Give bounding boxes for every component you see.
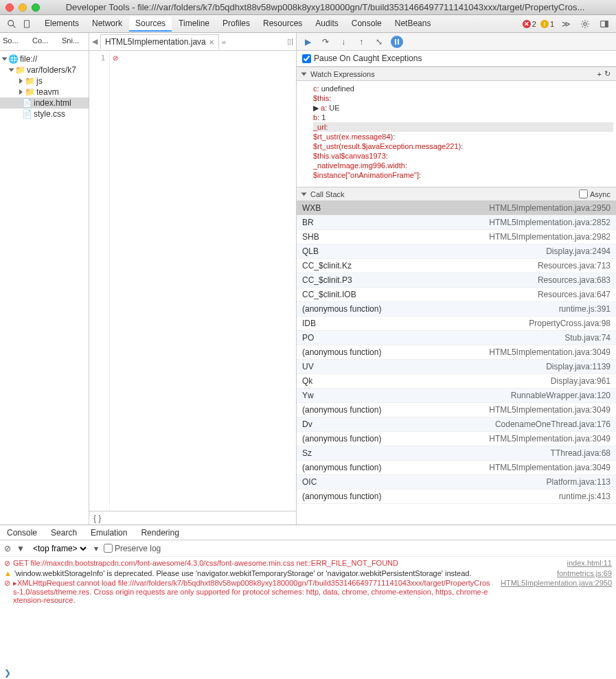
preserve-log-checkbox[interactable] xyxy=(104,544,113,553)
step-into-icon[interactable]: ↓ xyxy=(336,35,350,49)
error-count[interactable]: ✕2 xyxy=(523,20,536,28)
stack-frame[interactable]: CC_$clinit.IOBResources.java:647 xyxy=(297,288,616,302)
watch-header[interactable]: Watch Expressions + ↻ xyxy=(297,67,616,81)
panel-tab-console[interactable]: Console xyxy=(345,16,388,32)
stack-frame[interactable]: SzTThread.java:68 xyxy=(297,446,616,461)
stack-frame[interactable]: YwRunnableWrapper.java:120 xyxy=(297,389,616,403)
warning-count[interactable]: !1 xyxy=(540,20,554,28)
minimize-window-button[interactable] xyxy=(19,3,27,12)
message-source-link[interactable]: fontmetrics.js:69 xyxy=(557,569,612,577)
panel-tab-audits[interactable]: Audits xyxy=(309,16,344,32)
stack-frame[interactable]: (anonymous function)HTML5Implementation.… xyxy=(297,461,616,475)
stack-frame[interactable]: OICPlatform.java:113 xyxy=(297,475,616,490)
watch-expression[interactable]: $rt_ustr(result.$javaException.message22… xyxy=(313,141,613,151)
stack-frame[interactable]: SHBHTML5Implementation.java:2982 xyxy=(297,230,616,244)
console-message[interactable]: ⊘GET file://maxcdn.bootstrapcdn.com/font… xyxy=(0,558,616,568)
refresh-icon[interactable]: ↻ xyxy=(604,69,611,78)
stack-frame[interactable]: UVDisplay.java:1139 xyxy=(297,360,616,374)
drawer-tab-emulation[interactable]: Emulation xyxy=(84,526,134,540)
step-over-icon[interactable]: ↷ xyxy=(319,35,332,49)
watch-expression[interactable]: b: 1 xyxy=(313,113,613,122)
panel-tab-sources[interactable]: Sources xyxy=(129,16,172,32)
panel-tab-profiles[interactable]: Profiles xyxy=(216,16,256,32)
tree-file[interactable]: 📄index.html xyxy=(0,97,89,108)
watch-expression[interactable]: c: undefined xyxy=(313,84,613,93)
stack-frame[interactable]: (anonymous function)runtime.js:413 xyxy=(297,490,616,504)
filter-icon[interactable]: ▼ xyxy=(16,544,25,553)
panel-tab-resources[interactable]: Resources xyxy=(257,16,308,32)
watch-expression[interactable]: $instance["onAnimationFrame"]: xyxy=(313,170,613,180)
stack-frame[interactable]: (anonymous function)HTML5Implementation.… xyxy=(297,432,616,446)
step-out-icon[interactable]: ↑ xyxy=(354,35,368,49)
stack-frame[interactable]: (anonymous function)HTML5Implementation.… xyxy=(297,403,616,417)
stack-frame[interactable]: QkDisplay.java:961 xyxy=(297,374,616,389)
watch-expression[interactable]: _url: xyxy=(313,122,613,132)
zoom-window-button[interactable] xyxy=(32,3,40,12)
navigator-tab[interactable]: Co... xyxy=(30,33,59,50)
watch-expression[interactable]: $rt_ustr(ex.message84): xyxy=(313,132,613,141)
close-window-button[interactable] xyxy=(5,3,14,12)
drawer-tab-rendering[interactable]: Rendering xyxy=(134,526,185,540)
resume-icon[interactable]: ▶ xyxy=(301,35,315,49)
message-source-link[interactable]: HTML5Implementation.java:2950 xyxy=(501,579,612,587)
search-icon[interactable] xyxy=(4,17,19,31)
svg-point-3 xyxy=(584,22,586,25)
async-checkbox[interactable] xyxy=(579,189,588,198)
watch-expression[interactable]: ▶ a: UE xyxy=(313,103,613,113)
history-back-icon[interactable]: ◀ xyxy=(92,37,98,46)
stack-frame[interactable]: IDBPropertyCross.java:98 xyxy=(297,317,616,331)
panel-tab-netbeans[interactable]: NetBeans xyxy=(389,16,437,32)
console-message[interactable]: ⊘▸XMLHttpRequest cannot load file:///var… xyxy=(0,578,616,605)
stack-frame[interactable]: (anonymous function)runtime.js:391 xyxy=(297,302,616,317)
code-editor[interactable]: 1 ⊘ xyxy=(89,51,296,511)
tree-folder[interactable]: 📁teavm xyxy=(0,87,89,97)
stack-frame[interactable]: WXBHTML5Implementation.java:2950 xyxy=(297,201,616,216)
panel-tab-network[interactable]: Network xyxy=(86,16,128,32)
chevron-icon xyxy=(301,72,307,76)
navigator-tab[interactable]: Sni... xyxy=(59,33,89,50)
message-source-link[interactable]: index.html:11 xyxy=(567,559,612,567)
deactivate-breakpoints-icon[interactable]: ⤡ xyxy=(372,35,386,49)
stack-frame[interactable]: CC_$clinit.P3Resources.java:683 xyxy=(297,273,616,288)
stack-frame[interactable]: DvCodenameOneThread.java:176 xyxy=(297,417,616,432)
stack-frame[interactable]: CC_$clinit.KzResources.java:713 xyxy=(297,259,616,273)
more-tabs-icon[interactable]: » xyxy=(222,38,226,46)
watch-expression[interactable]: $this: xyxy=(313,93,613,103)
pause-on-caught-checkbox[interactable] xyxy=(302,54,311,63)
braces-icon[interactable]: { } xyxy=(93,514,101,523)
sidebar-toggle-icon[interactable]: ▯| xyxy=(287,37,293,46)
clear-console-icon[interactable]: ⊘ xyxy=(4,544,11,553)
navigator-tab[interactable]: So... xyxy=(0,33,30,50)
dock-side-icon[interactable] xyxy=(597,17,612,31)
pause-on-caught-row[interactable]: Pause On Caught Exceptions xyxy=(297,51,616,67)
pause-on-exceptions-icon[interactable] xyxy=(390,35,404,49)
console-message[interactable]: ▲'window.webkitStorageInfo' is deprecate… xyxy=(0,568,616,578)
editor-tab[interactable]: HTML5Implementation.java ✕ xyxy=(100,34,219,49)
add-watch-icon[interactable]: + xyxy=(597,70,602,78)
drawer-toggle-icon[interactable]: ≫ xyxy=(558,17,573,31)
tree-folder[interactable]: 📁var/folders/k7 xyxy=(0,65,89,76)
error-icon: ⊘ xyxy=(4,579,10,588)
stack-frame[interactable]: BRHTML5Implementation.java:2852 xyxy=(297,216,616,230)
drawer-tab-search[interactable]: Search xyxy=(44,526,84,540)
tree-root[interactable]: 🌐file:// xyxy=(0,54,89,65)
error-marker-icon: ⊘ xyxy=(113,54,118,62)
drawer-tab-console[interactable]: Console xyxy=(0,526,44,540)
panel-tab-elements[interactable]: Elements xyxy=(38,16,85,32)
console-prompt[interactable]: ❯ xyxy=(0,667,616,679)
stack-frame[interactable]: (anonymous function)HTML5Implementation.… xyxy=(297,345,616,360)
callstack-header[interactable]: Call Stack Async xyxy=(297,187,616,201)
watch-expression[interactable]: $this.val$canvas1973: xyxy=(313,151,613,161)
stack-frame[interactable]: POStub.java:74 xyxy=(297,331,616,345)
tree-folder[interactable]: 📁js xyxy=(0,76,89,87)
settings-icon[interactable] xyxy=(578,17,593,31)
tree-file[interactable]: 📄style.css xyxy=(0,108,89,119)
frame-selector[interactable]: <top frame> xyxy=(30,543,89,554)
watch-expression[interactable]: _nativeImage.img996.width: xyxy=(313,161,613,170)
debugger-panel: ▶ ↷ ↓ ↑ ⤡ Pause On Caught Exceptions Wat… xyxy=(297,33,616,525)
panel-tab-timeline[interactable]: Timeline xyxy=(172,16,216,32)
stack-frame[interactable]: QLBDisplay.java:2494 xyxy=(297,244,616,259)
close-tab-icon[interactable]: ✕ xyxy=(209,38,214,46)
device-mode-icon[interactable] xyxy=(19,17,34,31)
file-tree: 🌐file:// 📁var/folders/k7 📁js 📁teavm 📄ind… xyxy=(0,51,89,525)
